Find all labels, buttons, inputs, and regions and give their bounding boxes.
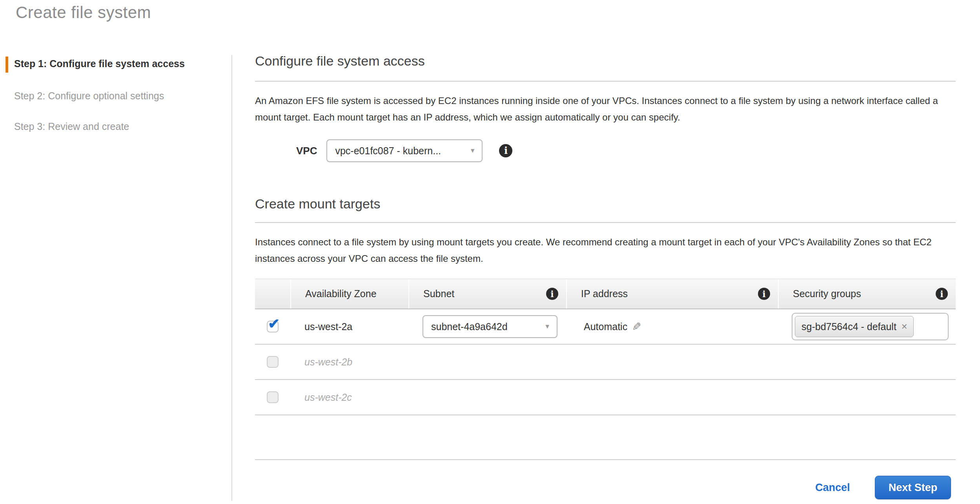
- mount-targets-table: Availability Zone Subnet i IP address i …: [255, 279, 956, 415]
- mount-targets-description: Instances connect to a file system by us…: [255, 234, 945, 267]
- row-2-zone-cell: us-west-2b: [290, 356, 408, 368]
- header-subnet: Subnet i: [408, 279, 566, 309]
- availability-zone-label: us-west-2a: [290, 321, 352, 332]
- vpc-row: VPC vpc-e01fc087 - kubern... ▼ i: [255, 138, 512, 163]
- row-1-subnet-cell: subnet-4a9a642d ▼: [408, 315, 566, 338]
- header-security-groups: Security groups i: [778, 279, 956, 309]
- vpc-select-value: vpc-e01fc087 - kubern...: [335, 145, 441, 157]
- header-checkbox-column: [255, 279, 290, 309]
- security-group-tag: sg-bd7564c4 - default ✕: [795, 316, 914, 337]
- row-1-checkbox-checked[interactable]: ✔: [267, 321, 279, 332]
- access-section-heading: Configure file system access: [255, 53, 425, 69]
- vpc-info-icon[interactable]: i: [499, 144, 512, 157]
- table-row-us-west-2b: us-west-2b: [255, 345, 956, 380]
- security-group-tag-label: sg-bd7564c4 - default: [801, 321, 896, 332]
- subnet-select[interactable]: subnet-4a9a642d ▼: [423, 315, 557, 338]
- table-row-us-west-2a: ✔ us-west-2a subnet-4a9a642d ▼ Automatic…: [255, 309, 956, 345]
- divider: [255, 222, 956, 223]
- chevron-down-icon: ▼: [544, 323, 550, 330]
- row-1-checkbox-cell: ✔: [255, 321, 290, 332]
- row-3-checkbox-unchecked[interactable]: [267, 391, 279, 403]
- footer-divider: [255, 459, 956, 460]
- row-1-ip-cell: Automatic ✎: [566, 320, 778, 333]
- availability-zone-label: us-west-2b: [290, 356, 352, 368]
- header-subnet-label: Subnet: [423, 288, 454, 299]
- row-3-zone-cell: us-west-2c: [290, 392, 408, 403]
- subnet-info-icon[interactable]: i: [546, 288, 558, 300]
- sidebar-step-2[interactable]: Step 2: Configure optional settings: [14, 90, 164, 102]
- divider: [255, 81, 956, 82]
- availability-zone-label: us-west-2c: [290, 392, 352, 403]
- mount-targets-heading: Create mount targets: [255, 196, 380, 212]
- table-row-us-west-2c: us-west-2c: [255, 380, 956, 415]
- next-step-button[interactable]: Next Step: [875, 476, 951, 499]
- header-ip-address-label: IP address: [581, 288, 628, 299]
- create-file-system-page: Create file system Step 1: Configure fil…: [0, 0, 980, 504]
- ip-address-value: Automatic: [584, 321, 627, 332]
- sidebar-step-3[interactable]: Step 3: Review and create: [14, 121, 129, 132]
- vpc-select[interactable]: vpc-e01fc087 - kubern... ▼: [326, 139, 483, 162]
- row-2-checkbox-cell: [255, 356, 290, 368]
- remove-tag-icon[interactable]: ✕: [901, 322, 908, 331]
- security-groups-input[interactable]: sg-bd7564c4 - default ✕: [792, 313, 949, 340]
- vpc-label: VPC: [296, 145, 317, 157]
- cancel-button[interactable]: Cancel: [815, 482, 850, 494]
- header-security-groups-label: Security groups: [793, 288, 861, 299]
- header-availability-zone-label: Availability Zone: [305, 288, 377, 299]
- security-groups-info-icon[interactable]: i: [936, 288, 948, 300]
- access-section-description: An Amazon EFS file system is accessed by…: [255, 93, 945, 126]
- header-ip-address: IP address i: [566, 279, 778, 309]
- row-1-zone-cell: us-west-2a: [290, 321, 408, 332]
- edit-pencil-icon[interactable]: ✎: [632, 320, 641, 333]
- row-1-security-groups-cell: sg-bd7564c4 - default ✕: [778, 313, 956, 340]
- chevron-down-icon: ▼: [470, 147, 476, 154]
- ip-address-info-icon[interactable]: i: [758, 288, 770, 300]
- sidebar-step-1[interactable]: Step 1: Configure file system access: [5, 57, 185, 73]
- row-3-checkbox-cell: [255, 391, 290, 403]
- page-title: Create file system: [16, 3, 151, 22]
- table-header-row: Availability Zone Subnet i IP address i …: [255, 279, 956, 309]
- header-availability-zone: Availability Zone: [290, 279, 408, 309]
- sidebar-divider: [231, 55, 232, 501]
- checkmark-icon: ✔: [268, 317, 280, 331]
- subnet-select-value: subnet-4a9a642d: [431, 321, 508, 332]
- row-2-checkbox-unchecked[interactable]: [267, 356, 279, 368]
